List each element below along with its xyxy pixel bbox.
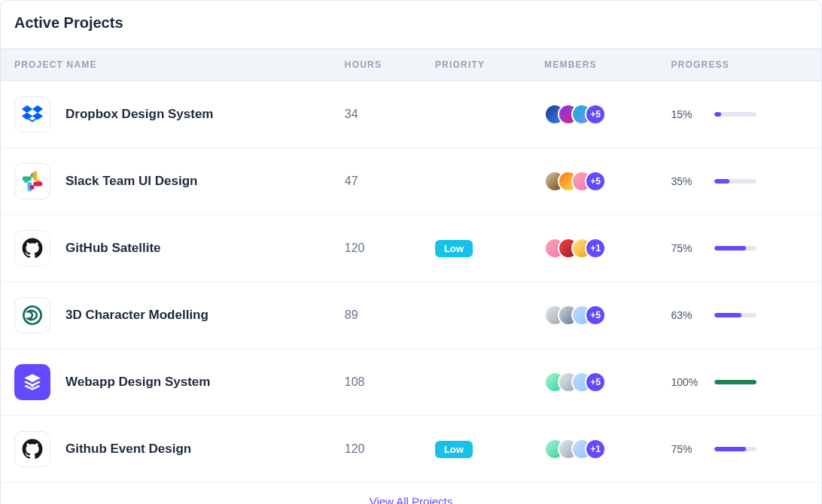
card-footer: View All Projects (1, 483, 821, 504)
progress-percent: 75% (671, 443, 704, 455)
table-row[interactable]: Dropbox Design System34+515% (1, 81, 821, 148)
hours-value: 34 (345, 108, 358, 120)
progress-percent: 15% (671, 108, 704, 120)
table-row[interactable]: 3D Character Modelling89+563% (1, 282, 821, 349)
3ds-icon (14, 297, 50, 333)
github-icon (14, 230, 50, 266)
member-avatars: +5 (544, 171, 647, 192)
progress-percent: 75% (671, 242, 704, 254)
avatar-more[interactable]: +1 (585, 439, 606, 460)
progress-percent: 100% (671, 376, 704, 388)
avatar-more[interactable]: +5 (585, 305, 606, 326)
table-row[interactable]: Slack Team UI Design47+535% (1, 148, 821, 215)
progress-bar (714, 112, 757, 117)
progress-bar (714, 179, 757, 184)
card-title: Active Projects (1, 1, 821, 48)
dropbox-icon (14, 96, 50, 132)
layers-icon (14, 364, 50, 400)
hours-value: 120 (345, 442, 365, 455)
progress-percent: 35% (671, 175, 704, 187)
table-row[interactable]: GitHub Satellite120Low+175% (1, 215, 821, 282)
project-name: Slack Team UI Design (65, 174, 197, 189)
avatar-more[interactable]: +5 (585, 372, 606, 393)
member-avatars: +5 (544, 305, 647, 326)
member-avatars: +5 (544, 104, 647, 125)
hours-value: 89 (345, 308, 358, 321)
progress-bar (714, 313, 757, 317)
project-name: Dropbox Design System (65, 107, 214, 122)
project-name: GitHub Satellite (65, 241, 161, 256)
col-header-progress: PROGRESS (659, 49, 821, 81)
active-projects-card: Active Projects PROJECT NAME HOURS PRIOR… (0, 0, 822, 504)
progress-percent: 63% (671, 309, 704, 321)
avatar-more[interactable]: +5 (585, 104, 606, 125)
hours-value: 120 (345, 241, 365, 254)
table-row[interactable]: Webapp Design System108+5100% (1, 349, 821, 416)
col-header-name: PROJECT NAME (1, 49, 333, 81)
priority-badge: Low (435, 240, 473, 257)
github-icon (14, 431, 50, 467)
project-name: Webapp Design System (65, 375, 210, 390)
project-name: Github Event Design (65, 442, 191, 457)
progress-bar (714, 246, 757, 250)
projects-table: PROJECT NAME HOURS PRIORITY MEMBERS PROG… (1, 48, 821, 483)
priority-badge: Low (435, 441, 473, 458)
avatar-more[interactable]: +1 (585, 238, 606, 259)
col-header-members: MEMBERS (532, 49, 659, 81)
progress-bar (714, 447, 757, 451)
slack-icon (14, 163, 50, 199)
avatar-more[interactable]: +5 (585, 171, 606, 192)
hours-value: 108 (345, 375, 365, 388)
hours-value: 47 (345, 175, 358, 187)
view-all-link[interactable]: View All Projects (370, 495, 453, 504)
member-avatars: +1 (544, 238, 647, 259)
progress-bar (714, 380, 757, 384)
col-header-priority: PRIORITY (423, 49, 532, 81)
table-row[interactable]: Github Event Design120Low+175% (1, 416, 821, 483)
member-avatars: +1 (544, 439, 647, 460)
member-avatars: +5 (544, 372, 647, 393)
project-name: 3D Character Modelling (65, 308, 209, 323)
col-header-hours: HOURS (333, 49, 423, 81)
